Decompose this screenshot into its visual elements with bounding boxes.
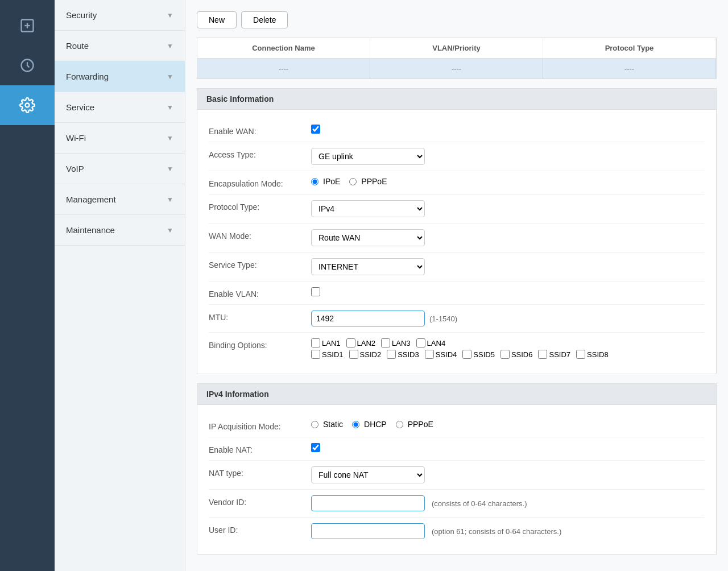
binding-ssid5: SSID5: [462, 350, 495, 359]
binding-row-lan: LAN1 LAN2 LAN3 LAN4: [311, 338, 705, 347]
lan4-checkbox[interactable]: [416, 338, 425, 347]
basic-info-body: Enable WAN: Access Type: GE uplink Encap…: [197, 109, 717, 374]
col-connection-name: Connection Name: [197, 38, 370, 58]
chevron-down-icon: ▼: [167, 73, 173, 81]
sidebar: [0, 0, 55, 571]
ssid5-checkbox[interactable]: [462, 350, 471, 359]
encapsulation-radio-group: IPoE PPPoE: [311, 177, 705, 186]
chevron-down-icon: ▼: [167, 11, 173, 19]
wan-mode-control: Route WAN: [311, 229, 705, 246]
cell-vlan-priority: ----: [370, 59, 543, 78]
dhcp-radio[interactable]: [352, 421, 359, 428]
mtu-input-row: 1492 (1-1540): [311, 311, 705, 326]
nat-type-control: Full cone NAT: [311, 466, 705, 483]
ip-acq-label: IP Acquisition Mode:: [209, 420, 311, 431]
encapsulation-label: Encapsulation Mode:: [209, 177, 311, 188]
enable-wan-checkbox[interactable]: [311, 125, 320, 134]
ssid1-label: SSID1: [322, 350, 344, 359]
binding-ssid4: SSID4: [425, 350, 457, 359]
ssid1-checkbox[interactable]: [311, 350, 320, 359]
access-type-select[interactable]: GE uplink: [311, 148, 425, 165]
pppoe-option: PPPoE: [349, 177, 387, 186]
nav-item-route[interactable]: Route ▼: [55, 31, 185, 61]
ssid7-checkbox[interactable]: [538, 350, 547, 359]
binding-options-label: Binding Options:: [209, 338, 311, 350]
pppoe-ip-label: PPPoE: [408, 420, 433, 429]
binding-row-ssid: SSID1 SSID2 SSID3 SSID4: [311, 350, 705, 359]
svg-point-4: [26, 104, 30, 107]
nav-menu: Security ▼ Route ▼ Forwarding ▼ Service …: [55, 0, 185, 571]
enable-wan-control: [311, 125, 705, 135]
static-radio[interactable]: [311, 421, 318, 428]
enable-vlan-label: Enable VLAN:: [209, 287, 311, 299]
table-row[interactable]: ---- ---- ----: [197, 58, 717, 79]
service-type-select[interactable]: INTERNET: [311, 258, 425, 275]
enable-wan-row: Enable WAN:: [209, 119, 705, 142]
cell-protocol-type: ----: [543, 59, 716, 78]
sidebar-icon-clock[interactable]: [0, 45, 55, 85]
binding-lan1: LAN1: [311, 338, 341, 347]
ip-acq-row: IP Acquisition Mode: Static DHCP PPPoE: [209, 414, 705, 437]
nav-item-wifi[interactable]: Wi-Fi ▼: [55, 123, 185, 154]
table-header: Connection Name VLAN/Priority Protocol T…: [197, 38, 717, 58]
vendor-id-input[interactable]: [311, 495, 425, 511]
binding-ssid1: SSID1: [311, 350, 344, 359]
nav-item-management[interactable]: Management ▼: [55, 184, 185, 215]
basic-info-header: Basic Information: [197, 88, 717, 109]
encapsulation-control: IPoE PPPoE: [311, 177, 705, 186]
service-type-row: Service Type: INTERNET: [209, 253, 705, 282]
mtu-control: 1492 (1-1540): [311, 311, 705, 326]
nat-type-select[interactable]: Full cone NAT: [311, 466, 425, 483]
pppoe-ip-option: PPPoE: [396, 420, 433, 429]
access-type-label: Access Type:: [209, 148, 311, 159]
ipoe-radio[interactable]: [311, 178, 318, 185]
main-content: New Delete Connection Name VLAN/Priority…: [185, 0, 728, 571]
access-type-control: GE uplink: [311, 148, 705, 165]
lan2-label: LAN2: [357, 339, 376, 347]
lan1-checkbox[interactable]: [311, 338, 320, 347]
vendor-id-control: (consists of 0-64 characters.): [311, 495, 705, 511]
binding-lan4: LAN4: [416, 338, 446, 347]
toolbar: New Delete: [197, 11, 717, 28]
mtu-input[interactable]: 1492: [311, 311, 425, 326]
wan-mode-select[interactable]: Route WAN: [311, 229, 425, 246]
ssid4-label: SSID4: [436, 350, 457, 359]
enable-nat-checkbox[interactable]: [311, 443, 320, 452]
nav-item-service[interactable]: Service ▼: [55, 92, 185, 123]
protocol-type-select[interactable]: IPv4: [311, 200, 425, 217]
footer-buttons: Apply Cancel: [197, 568, 717, 571]
pppoe-radio[interactable]: [349, 178, 357, 185]
nav-item-maintenance[interactable]: Maintenance ▼: [55, 215, 185, 246]
ssid4-checkbox[interactable]: [425, 350, 434, 359]
static-option: Static: [311, 420, 343, 429]
new-button[interactable]: New: [197, 11, 237, 28]
ssid8-label: SSID8: [587, 350, 609, 359]
ssid6-checkbox[interactable]: [500, 350, 510, 359]
user-id-input[interactable]: [311, 523, 425, 539]
cell-connection-name: ----: [197, 59, 370, 78]
nav-item-forwarding[interactable]: Forwarding ▼: [55, 61, 185, 92]
ipv4-info-header: IPv4 Information: [197, 383, 717, 404]
ssid6-label: SSID6: [511, 350, 533, 359]
sidebar-icon-add[interactable]: [0, 6, 55, 45]
chevron-down-icon: ▼: [167, 226, 173, 234]
chevron-down-icon: ▼: [167, 104, 173, 111]
user-id-label: User ID:: [209, 523, 311, 535]
ssid8-checkbox[interactable]: [576, 350, 585, 359]
service-type-control: INTERNET: [311, 258, 705, 275]
ip-acq-radio-group: Static DHCP PPPoE: [311, 420, 705, 429]
delete-button[interactable]: Delete: [241, 11, 288, 28]
ssid3-checkbox[interactable]: [387, 350, 396, 359]
mtu-row: MTU: 1492 (1-1540): [209, 305, 705, 333]
sidebar-icon-gear[interactable]: [0, 85, 55, 125]
ssid2-checkbox[interactable]: [349, 350, 358, 359]
pppoe-ip-radio[interactable]: [396, 421, 403, 428]
nav-item-security[interactable]: Security ▼: [55, 0, 185, 31]
nav-item-voip[interactable]: VoIP ▼: [55, 154, 185, 184]
chevron-down-icon: ▼: [167, 42, 173, 50]
lan3-checkbox[interactable]: [381, 338, 390, 347]
ssid5-label: SSID5: [473, 350, 495, 359]
chevron-down-icon: ▼: [167, 165, 173, 173]
lan2-checkbox[interactable]: [346, 338, 355, 347]
enable-vlan-checkbox[interactable]: [311, 287, 320, 296]
